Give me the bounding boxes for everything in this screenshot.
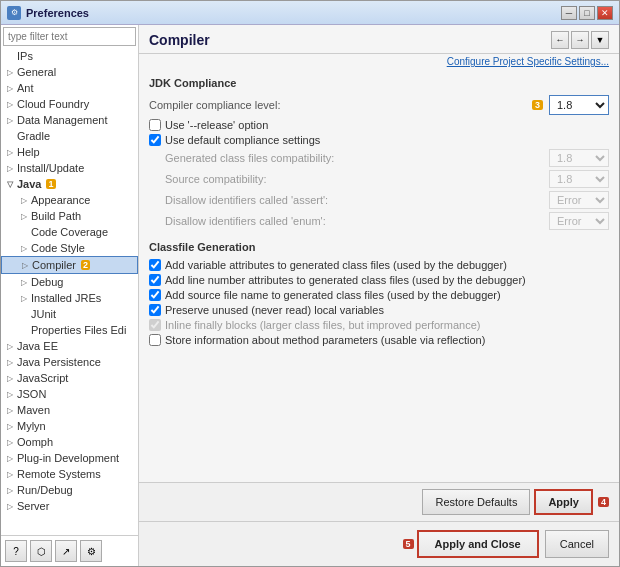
sidebar-item-run-debug[interactable]: ▷ Run/Debug [1,482,138,498]
server-arrow: ▷ [5,502,15,511]
disallow-assert-row: Disallow identifiers called 'assert': Er… [149,191,609,209]
sidebar-item-data-management[interactable]: ▷ Data Management [1,112,138,128]
sidebar-item-code-style[interactable]: ▷ Code Style [1,240,138,256]
sidebar-item-code-coverage[interactable]: Code Coverage [1,224,138,240]
preserve-unused-checkbox[interactable] [149,304,161,316]
sidebar-item-compiler[interactable]: ▷ Compiler 2 [1,256,138,274]
configure-project-link[interactable]: Configure Project Specific Settings... [139,54,619,69]
compliance-level-select[interactable]: 1.8 1.7 1.6 [549,95,609,115]
general-label: General [17,66,56,78]
mylyn-arrow: ▷ [5,422,15,431]
comp-arrow: ▷ [20,261,30,270]
rs-arrow: ▷ [5,470,15,479]
java-badge: 1 [46,179,55,189]
add-line-checkbox[interactable] [149,274,161,286]
use-default-checkbox[interactable] [149,134,161,146]
sidebar-item-json[interactable]: ▷ JSON [1,386,138,402]
sidebar: IPs ▷ General ▷ Ant ▷ Cloud Foundry ▷ Da… [1,25,139,566]
sidebar-item-debug[interactable]: ▷ Debug [1,274,138,290]
restore-defaults-button[interactable]: Restore Defaults [422,489,530,515]
maven-arrow: ▷ [5,406,15,415]
cancel-button[interactable]: Cancel [545,530,609,558]
cs-arrow: ▷ [19,244,29,253]
inline-finally-row: Inline finally blocks (larger class file… [149,319,609,331]
use-release-checkbox[interactable] [149,119,161,131]
dm-arrow: ▷ [5,116,15,125]
server-label: Server [17,500,49,512]
appear-arrow: ▷ [19,196,29,205]
jp-arrow: ▷ [5,358,15,367]
title-bar: ⚙ Preferences ─ □ ✕ [1,1,619,25]
sidebar-item-appearance[interactable]: ▷ Appearance [1,192,138,208]
back-button[interactable]: ← [551,31,569,49]
sidebar-item-mylyn[interactable]: ▷ Mylyn [1,418,138,434]
apply-button[interactable]: Apply [534,489,593,515]
add-source-file-row: Add source file name to generated class … [149,289,609,301]
store-info-label: Store information about method parameter… [165,334,485,346]
add-source-checkbox[interactable] [149,289,161,301]
java-arrow: ▽ [5,180,15,189]
add-variable-attrs-row: Add variable attributes to generated cla… [149,259,609,271]
java-label: Java [17,178,41,190]
bp-arrow: ▷ [19,212,29,221]
sidebar-item-junit[interactable]: JUnit [1,306,138,322]
dm-label: Data Management [17,114,108,126]
use-release-label: Use '--release' option [165,119,268,131]
javaee-label: Java EE [17,340,58,352]
apply-and-close-button[interactable]: Apply and Close [417,530,539,558]
sidebar-item-install-update[interactable]: ▷ Install/Update [1,160,138,176]
sidebar-item-remote-systems[interactable]: ▷ Remote Systems [1,466,138,482]
main-content: IPs ▷ General ▷ Ant ▷ Cloud Foundry ▷ Da… [1,25,619,566]
add-variable-checkbox[interactable] [149,259,161,271]
iu-arrow: ▷ [5,164,15,173]
inline-finally-label: Inline finally blocks (larger class file… [165,319,480,331]
sidebar-item-plugin-dev[interactable]: ▷ Plug-in Development [1,450,138,466]
close-button[interactable]: ✕ [597,6,613,20]
compliance-badge: 3 [532,100,543,110]
generated-files-select: 1.8 [549,149,609,167]
disallow-enum-select: Error [549,212,609,230]
preferences-window: ⚙ Preferences ─ □ ✕ IPs ▷ General [0,0,620,567]
sidebar-item-properties[interactable]: Properties Files Edi [1,322,138,338]
maven-label: Maven [17,404,50,416]
sidebar-item-gradle[interactable]: Gradle [1,128,138,144]
preserve-unused-label: Preserve unused (never read) local varia… [165,304,384,316]
maximize-button[interactable]: □ [579,6,595,20]
panel-toolbar: ← → ▼ [551,31,609,49]
sidebar-item-installed-jres[interactable]: ▷ Installed JREs [1,290,138,306]
minimize-button[interactable]: ─ [561,6,577,20]
sidebar-item-oomph[interactable]: ▷ Oomph [1,434,138,450]
store-info-checkbox[interactable] [149,334,161,346]
import-button[interactable]: ⬡ [30,540,52,562]
cf-label: Cloud Foundry [17,98,89,110]
menu-button[interactable]: ▼ [591,31,609,49]
sidebar-item-ips[interactable]: IPs [1,48,138,64]
apply-badge: 4 [598,497,609,507]
sidebar-item-java-ee[interactable]: ▷ Java EE [1,338,138,354]
sidebar-item-server[interactable]: ▷ Server [1,498,138,514]
sidebar-item-java[interactable]: ▽ Java 1 [1,176,138,192]
export-button[interactable]: ↗ [55,540,77,562]
pd-arrow: ▷ [5,454,15,463]
sidebar-item-general[interactable]: ▷ General [1,64,138,80]
sidebar-item-javascript[interactable]: ▷ JavaScript [1,370,138,386]
oomph-label: Oomph [17,436,53,448]
source-compat-select: 1.8 [549,170,609,188]
sidebar-item-cloud-foundry[interactable]: ▷ Cloud Foundry [1,96,138,112]
sidebar-item-build-path[interactable]: ▷ Build Path [1,208,138,224]
classfile-gen-title: Classfile Generation [149,241,609,253]
restore-apply-row: Restore Defaults Apply 4 [139,482,619,521]
help-button[interactable]: ? [5,540,27,562]
settings-button[interactable]: ⚙ [80,540,102,562]
sidebar-item-ant[interactable]: ▷ Ant [1,80,138,96]
jres-arrow: ▷ [19,294,29,303]
add-variable-label: Add variable attributes to generated cla… [165,259,507,271]
ips-label: IPs [17,50,33,62]
sidebar-item-java-persistence[interactable]: ▷ Java Persistence [1,354,138,370]
mylyn-label: Mylyn [17,420,46,432]
sidebar-item-maven[interactable]: ▷ Maven [1,402,138,418]
cf-arrow: ▷ [5,100,15,109]
sidebar-item-help[interactable]: ▷ Help [1,144,138,160]
forward-button[interactable]: → [571,31,589,49]
filter-input[interactable] [3,27,136,46]
